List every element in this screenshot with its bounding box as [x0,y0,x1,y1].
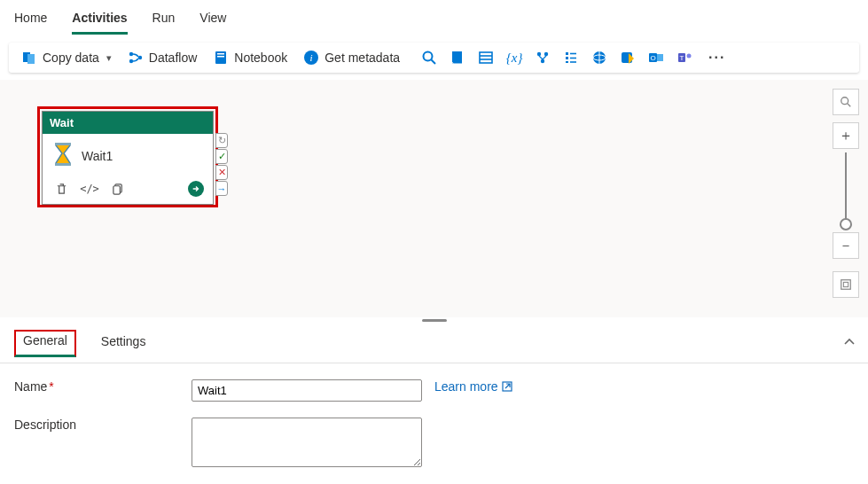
svg-point-18 [541,59,544,63]
svg-rect-1 [27,54,35,64]
svg-text:T: T [680,54,684,62]
learn-more-link[interactable]: Learn more [434,379,512,394]
wait-activity-card[interactable]: Wait Wait1 </> ↻ [42,111,214,205]
pipeline-canvas[interactable]: Wait Wait1 </> ↻ [0,80,868,317]
pipeline-icon[interactable] [535,50,551,66]
svg-rect-21 [566,61,568,63]
svg-rect-6 [217,53,224,55]
svg-line-41 [848,104,851,107]
svg-point-2 [129,52,133,56]
svg-point-40 [841,98,848,105]
nav-view[interactable]: View [199,5,226,35]
svg-rect-7 [217,56,224,58]
code-icon[interactable]: </> [82,181,98,197]
copy-data-label: Copy data [43,51,99,65]
activity-type-header: Wait [43,112,213,134]
top-nav: Home Activities Run View [0,0,868,35]
name-label: Name* [14,379,192,394]
zoom-controls: ＋ － [833,89,859,298]
description-input[interactable] [192,418,422,467]
svg-rect-32 [657,54,663,61]
list-icon[interactable] [563,50,579,66]
notebook-label: Notebook [234,51,287,65]
tab-general[interactable]: General [14,330,76,357]
svg-rect-39 [113,185,120,193]
svg-rect-13 [480,52,492,63]
svg-text:O: O [650,54,655,62]
completion-handle-icon[interactable]: → [215,181,228,196]
globe-icon[interactable] [591,50,607,66]
teams-icon[interactable]: T [676,50,692,66]
activity-instance-name: Wait1 [82,149,113,163]
general-form: Name* Learn more Description [0,363,868,484]
hourglass-icon [53,143,73,168]
notebook-icon [213,50,229,66]
delete-icon[interactable] [53,181,69,197]
nav-run[interactable]: Run [152,5,176,35]
more-icon[interactable]: ··· [708,50,725,66]
name-input[interactable] [192,379,422,402]
svg-rect-36 [55,143,71,145]
dataflow-button[interactable]: Dataflow [128,50,197,66]
properties-tabs: General Settings [0,323,868,363]
svg-rect-20 [566,57,568,59]
description-label: Description [14,418,192,432]
kql-icon[interactable] [620,50,636,66]
script-icon[interactable] [450,50,465,66]
svg-point-17 [544,52,548,56]
svg-text:i: i [310,52,313,63]
copy-data-icon [21,50,37,66]
info-icon: i [303,50,319,66]
run-activity-icon[interactable] [188,181,204,197]
canvas-search-icon[interactable] [833,89,859,115]
clone-icon[interactable] [110,181,126,197]
dataflow-label: Dataflow [149,51,197,65]
svg-rect-43 [843,282,848,286]
toolbar: Copy data ▾ Dataflow Notebook i Get meta… [9,43,859,73]
get-metadata-button[interactable]: i Get metadata [303,50,400,66]
get-metadata-label: Get metadata [325,51,400,65]
nav-activities[interactable]: Activities [72,5,127,35]
search-icon[interactable] [421,50,437,66]
svg-rect-12 [452,51,462,64]
chevron-down-icon: ▾ [106,52,112,64]
outlook-icon[interactable]: O [648,50,664,66]
svg-rect-19 [566,52,568,55]
failure-handle-icon[interactable]: ✕ [215,165,228,180]
nav-home[interactable]: Home [14,5,47,35]
tab-settings[interactable]: Settings [96,331,152,357]
svg-line-11 [432,60,436,65]
svg-point-35 [687,54,692,59]
svg-rect-37 [55,163,71,166]
copy-data-button[interactable]: Copy data ▾ [21,50,112,66]
collapse-panel-icon[interactable] [843,336,856,351]
svg-point-3 [129,59,133,63]
selected-activity-highlight: Wait Wait1 </> ↻ [37,106,218,207]
dataflow-icon [128,50,144,66]
svg-point-16 [537,52,541,56]
zoom-slider[interactable] [845,152,847,229]
zoom-out-button[interactable]: － [833,232,859,259]
reorder-handle-icon[interactable]: ↻ [215,133,228,148]
svg-point-10 [424,52,433,61]
fit-screen-button[interactable] [833,271,859,298]
table-icon[interactable] [478,50,494,66]
zoom-in-button[interactable]: ＋ [833,122,859,149]
zoom-thumb[interactable] [840,218,852,230]
success-handle-icon[interactable]: ✓ [215,149,228,164]
notebook-button[interactable]: Notebook [213,50,287,66]
variable-icon[interactable]: {x} [506,50,522,66]
svg-rect-42 [841,280,851,290]
